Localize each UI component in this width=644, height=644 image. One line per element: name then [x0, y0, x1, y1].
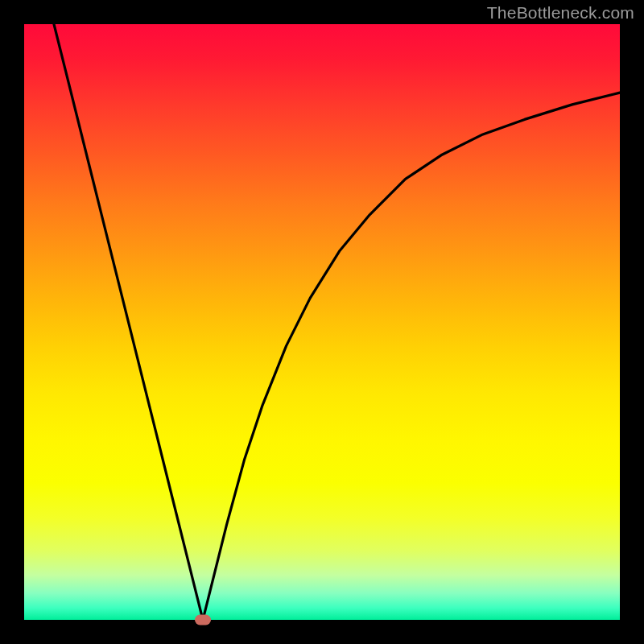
- watermark-text: TheBottleneck.com: [487, 3, 634, 23]
- minimum-marker: [195, 615, 211, 625]
- bottleneck-curve: [24, 24, 620, 620]
- plot-area: [24, 24, 620, 620]
- curve-path: [54, 24, 620, 620]
- chart-frame: TheBottleneck.com: [0, 0, 644, 644]
